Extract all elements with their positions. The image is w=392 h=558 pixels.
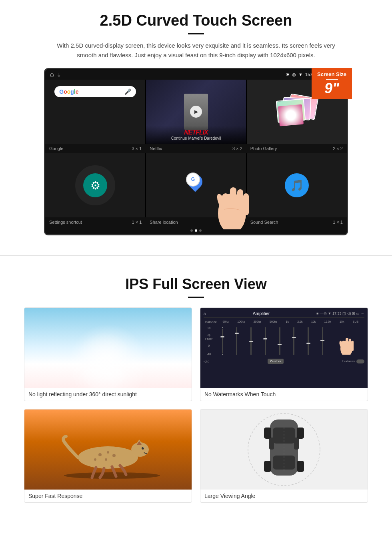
sound-search-cell[interactable]: 🎵 [247, 153, 347, 217]
badge-title: Screen Size [317, 71, 346, 77]
car-caption: Large Viewing Angle [200, 490, 368, 502]
section1-title: 2.5D Curved Touch Screen [24, 12, 368, 29]
photo-card-3 [276, 98, 306, 123]
svg-rect-9 [349, 339, 351, 351]
cheetah-image [24, 409, 192, 490]
nav-dots [45, 227, 347, 234]
google-app-name: Google [49, 146, 63, 151]
cheetah-card: Super Fast Response [24, 409, 192, 503]
share-location-cell[interactable]: G [146, 153, 246, 217]
loudness-label: loudness [342, 359, 355, 363]
svg-point-13 [78, 446, 138, 469]
sound-search-icon: 🎵 [285, 173, 309, 197]
sound-label: Sound Search 1 × 1 [246, 217, 347, 227]
google-logo: Google [59, 88, 78, 95]
hand-on-eq [336, 327, 356, 355]
app-grid-bottom: ⚙ G [45, 153, 347, 217]
eq-bar-2 [236, 327, 237, 355]
settings-icon: ⚙ [83, 173, 107, 197]
app-labels-bottom: Settings shortcut 1 × 1 Share location 1… [45, 217, 347, 227]
dot-2 [195, 229, 197, 232]
section2-title: IPS Full Screen View [24, 276, 368, 293]
section-divider [0, 255, 392, 256]
netflix-logo: NETFLIX [150, 129, 242, 136]
photo-gallery-label: Photo Gallery 2 × 2 [246, 144, 347, 153]
section-ips-screen: IPS Full Screen View No light reflecting… [0, 268, 392, 515]
svg-point-22 [142, 447, 144, 450]
image-grid: No light reflecting under 360° direct su… [24, 307, 368, 503]
amplifier-screen: ⌂ Amplifier ■ ··· ◎ ▼ 17:33 ◫ ◁) ⊠ ▭ ← B… [200, 308, 368, 388]
amp-nav-prev: ◁◁ [204, 359, 209, 363]
eq-bar-8 [322, 327, 323, 355]
amp-header: ⌂ Amplifier ■ ··· ◎ ▼ 17:33 ◫ ◁) ⊠ ▭ ← [204, 311, 364, 318]
google-search-bar[interactable]: Google 🎤 [54, 86, 136, 97]
svg-rect-4 [243, 193, 249, 215]
device-wrapper: Screen Size 9" ⌂ ⏚ ✱ ◎ ▼ 15:06 ◫ ◁) ⊠ [44, 68, 348, 235]
svg-point-17 [98, 453, 102, 456]
svg-rect-31 [297, 428, 304, 439]
app-labels-top: Google 3 × 1 Netflix 3 × 2 Photo Gallery… [45, 144, 347, 153]
eq-labels-row: Balance 60hz 100hz 200hz 500hz 1k 2.5k 1… [204, 320, 364, 324]
sound-grid: 1 × 1 [333, 220, 343, 225]
status-bar: ⌂ ⏚ ✱ ◎ ▼ 15:06 ◫ ◁) ⊠ ▭ [45, 69, 347, 80]
eq-sliders: 10◁)Fader0-10 [204, 325, 364, 357]
settings-app-cell[interactable]: ⚙ [45, 153, 145, 217]
sunlight-image [24, 308, 192, 388]
svg-point-23 [143, 448, 144, 448]
section1-description: With 2.5D curved-display screen, this de… [56, 41, 336, 60]
mic-icon: 🎤 [124, 88, 131, 95]
netflix-subtitle: Continue Marvel's Daredevil [150, 136, 242, 141]
svg-rect-29 [294, 438, 299, 450]
svg-point-21 [94, 458, 96, 461]
cheetah-background [24, 409, 192, 490]
bluetooth-icon: ✱ [286, 72, 290, 77]
location-icon: ◎ [292, 72, 296, 77]
amplifier-card: ⌂ Amplifier ■ ··· ◎ ▼ 17:33 ◫ ◁) ⊠ ▭ ← B… [200, 307, 368, 401]
car-card: Large Viewing Angle [200, 409, 368, 503]
dot-3 [199, 229, 202, 232]
loudness-toggle[interactable] [356, 359, 364, 363]
google-app-cell[interactable]: Google 🎤 [45, 80, 145, 144]
section-curved-screen: 2.5D Curved Touch Screen With 2.5D curve… [0, 0, 392, 243]
eq-bar-1 [222, 327, 223, 355]
car-image [200, 409, 368, 490]
netflix-overlay: NETFLIX Continue Marvel's Daredevil [146, 126, 246, 144]
eq-bar-5 [279, 327, 280, 355]
eq-bar-4 [265, 327, 266, 355]
amplifier-image: ⌂ Amplifier ■ ··· ◎ ▼ 17:33 ◫ ◁) ⊠ ▭ ← B… [200, 308, 368, 388]
car-svg [224, 409, 344, 490]
netflix-app-cell[interactable]: ▶ NETFLIX Continue Marvel's Daredevil [146, 80, 246, 144]
google-label: Google 3 × 1 [45, 144, 146, 153]
amplifier-caption: No Watermarks When Touch [200, 388, 368, 401]
svg-rect-2 [230, 187, 236, 215]
usb-icon: ⏚ [57, 71, 60, 78]
app-grid-top: Google 🎤 ▶ NETFLIX Continue Marvel's D [45, 80, 347, 144]
hand-pointing [206, 157, 258, 229]
screen-size-badge: Screen Size 9" [312, 68, 352, 99]
amp-bottom: ◁◁ Custom loudness [204, 359, 364, 364]
google-grid: 3 × 1 [132, 146, 142, 151]
home-icon: ⌂ [50, 71, 54, 78]
custom-button[interactable]: Custom [268, 359, 284, 364]
device-frame: ⌂ ⏚ ✱ ◎ ▼ 15:06 ◫ ◁) ⊠ ▭ [44, 68, 348, 235]
play-button[interactable]: ▶ [190, 106, 202, 118]
settings-grid: 1 × 1 [132, 220, 142, 225]
settings-name: Settings shortcut [49, 220, 82, 225]
svg-point-20 [105, 458, 107, 461]
eq-bar-6 [293, 327, 294, 355]
section2-divider [188, 297, 204, 298]
photo-stack [277, 96, 317, 128]
svg-rect-8 [346, 338, 348, 352]
settings-label: Settings shortcut 1 × 1 [45, 217, 146, 227]
sunlight-caption: No light reflecting under 360° direct su… [24, 388, 192, 401]
svg-point-18 [107, 451, 109, 454]
svg-rect-30 [264, 428, 271, 439]
svg-point-19 [112, 454, 116, 457]
sunlight-card: No light reflecting under 360° direct su… [24, 307, 192, 401]
photo-gallery-name: Photo Gallery [250, 146, 277, 151]
netflix-app-name: Netflix [150, 146, 162, 151]
status-left: ⌂ ⏚ [50, 71, 60, 78]
svg-rect-33 [297, 461, 304, 472]
amp-home-icon: ⌂ [204, 311, 206, 316]
cheetah-svg [48, 420, 168, 480]
